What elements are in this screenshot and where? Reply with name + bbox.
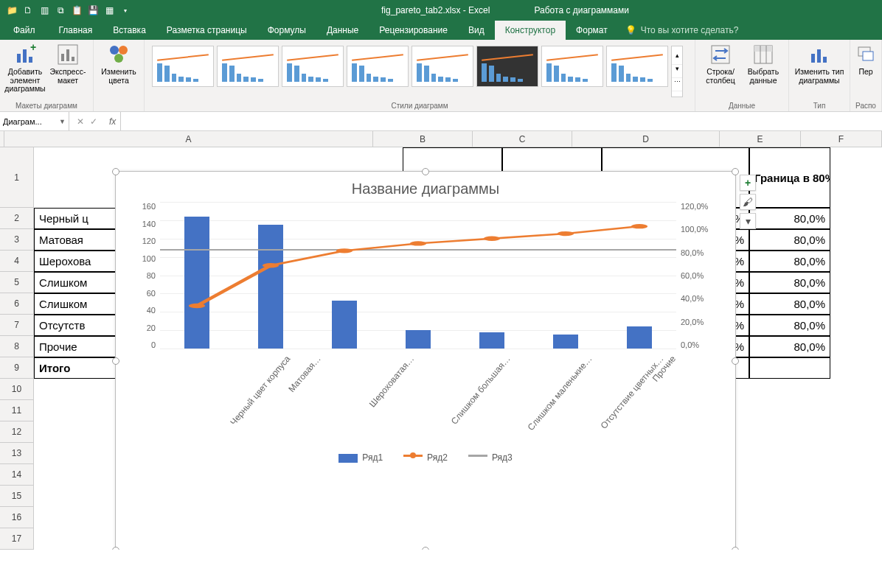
row-header-4[interactable]: 4 <box>0 251 34 272</box>
row-header-17[interactable]: 17 <box>0 528 34 550</box>
tab-data[interactable]: Данные <box>316 21 369 40</box>
swap-rowcol-button[interactable]: Строка/ столбец <box>700 43 741 85</box>
column-header-D[interactable]: D <box>572 131 720 147</box>
row-header-7[interactable]: 7 <box>0 315 34 336</box>
qat-dropdown-icon[interactable]: ▾ <box>119 4 131 16</box>
style-thumb-2[interactable] <box>217 46 279 87</box>
column-header-F[interactable]: F <box>801 131 882 147</box>
tell-me-box[interactable]: 💡 Что вы хотите сделать? <box>625 21 739 40</box>
chart-filters-button[interactable]: ▾ <box>740 213 756 229</box>
fx-icon[interactable]: fx <box>105 116 120 127</box>
name-box-dropdown-icon[interactable]: ▼ <box>59 118 66 125</box>
row-header-16[interactable]: 16 <box>0 507 34 528</box>
cell-E6[interactable]: 80,0% <box>749 293 830 315</box>
row-header-2[interactable]: 2 <box>0 208 34 229</box>
row-header-1[interactable]: 1 <box>0 147 34 208</box>
copy-icon[interactable]: ⧉ <box>55 4 66 16</box>
cell-E1[interactable]: Граница в 80% <box>749 147 830 208</box>
tab-page-layout[interactable]: Разметка страницы <box>156 21 257 40</box>
resize-handle-nw[interactable] <box>112 168 119 175</box>
row-header-3[interactable]: 3 <box>0 229 34 251</box>
cell-E3[interactable]: 80,0% <box>749 229 830 251</box>
titlebar: 📁 🗋 ▥ ⧉ 📋 💾 ▦ ▾ fig_pareto_tab2.xlsx - E… <box>0 0 882 21</box>
row-header-10[interactable]: 10 <box>0 379 34 400</box>
row-header-8[interactable]: 8 <box>0 336 34 357</box>
style-thumb-4[interactable] <box>347 46 409 87</box>
quick-layout-button[interactable]: Экспресс-макет <box>47 43 88 94</box>
legend-series-1[interactable]: Ряд1 <box>338 452 383 463</box>
change-chart-type-button[interactable]: Изменить тип диаграммы <box>794 43 845 85</box>
column-header-C[interactable]: C <box>473 131 572 147</box>
column-header-A[interactable]: A <box>4 131 373 147</box>
chart-legend[interactable]: Ряд1 Ряд2 Ряд3 <box>116 449 735 463</box>
confirm-icon[interactable]: ✓ <box>90 116 97 127</box>
cell-E4[interactable]: 80,0% <box>749 251 830 272</box>
cell-E9[interactable] <box>749 357 830 379</box>
style-thumb-7[interactable] <box>541 46 603 87</box>
style-thumb-8[interactable] <box>606 46 668 87</box>
group-data-label: Данные <box>700 100 784 110</box>
tab-view[interactable]: Вид <box>458 21 495 40</box>
cell-E5[interactable]: 80,0% <box>749 272 830 293</box>
open-icon[interactable]: ▥ <box>38 4 50 16</box>
legend-series-3[interactable]: Ряд3 <box>468 452 513 463</box>
paste-icon[interactable]: 📋 <box>71 4 83 16</box>
select-data-button[interactable]: Выбрать данные <box>743 43 784 85</box>
move-chart-button[interactable]: Пер <box>855 43 877 77</box>
cancel-icon[interactable]: ✕ <box>77 116 84 127</box>
row-header-5[interactable]: 5 <box>0 272 34 293</box>
formula-input[interactable] <box>120 112 882 130</box>
chart-elements-button[interactable]: + <box>740 175 756 191</box>
chart-object[interactable]: + 🖌 ▾ Название диаграммы 160140120100806… <box>115 171 736 550</box>
cell-E8[interactable]: 80,0% <box>749 336 830 357</box>
resize-handle-sw[interactable] <box>112 547 119 550</box>
row-header-9[interactable]: 9 <box>0 357 34 379</box>
gallery-more-button[interactable]: ▴▾⋯ <box>671 46 683 97</box>
move-label: Пер <box>858 68 872 77</box>
resize-handle-w[interactable] <box>112 357 119 365</box>
table-icon[interactable]: ▦ <box>103 4 115 16</box>
tab-format[interactable]: Формат <box>566 21 618 40</box>
name-box[interactable]: Диаграм... ▼ <box>0 112 69 130</box>
resize-handle-ne[interactable] <box>732 168 739 175</box>
resize-handle-se[interactable] <box>732 547 739 550</box>
cell-E2[interactable]: 80,0% <box>749 208 830 229</box>
tab-file[interactable]: Файл <box>0 21 49 40</box>
style-thumb-5[interactable] <box>412 46 473 87</box>
tab-insert[interactable]: Вставка <box>103 21 156 40</box>
save-icon[interactable]: 💾 <box>87 4 99 16</box>
tab-home[interactable]: Главная <box>49 21 103 40</box>
svg-rect-18 <box>823 57 827 63</box>
plot-area[interactable]: 160140120100806040200 120,0%100,0%80,0%6… <box>160 202 676 349</box>
cell-E7[interactable]: 80,0% <box>749 315 830 336</box>
row-header-14[interactable]: 14 <box>0 464 34 486</box>
chart-styles-button[interactable]: 🖌 <box>740 194 756 210</box>
style-thumb-6[interactable] <box>476 46 538 87</box>
resize-handle-e[interactable] <box>732 357 739 365</box>
new-icon[interactable]: 🗋 <box>22 4 34 16</box>
add-chart-element-button[interactable]: + Добавить элемент диаграммы <box>4 43 46 94</box>
tab-review[interactable]: Рецензирование <box>369 21 458 40</box>
style-thumb-1[interactable] <box>152 46 214 87</box>
change-colors-button[interactable]: Изменить цвета <box>98 43 139 85</box>
row-header-12[interactable]: 12 <box>0 421 34 443</box>
chart-styles-gallery[interactable]: ▴▾⋯ <box>149 43 690 100</box>
cumulative-line[interactable] <box>160 202 676 349</box>
add-element-icon: + <box>13 43 37 66</box>
tab-formulas[interactable]: Формулы <box>257 21 316 40</box>
column-header-E[interactable]: E <box>720 131 801 147</box>
row-header-6[interactable]: 6 <box>0 293 34 315</box>
row-header-13[interactable]: 13 <box>0 443 34 464</box>
row-header-11[interactable]: 11 <box>0 400 34 421</box>
resize-handle-n[interactable] <box>422 168 429 175</box>
row-headers: 1234567891011121314151617 <box>0 147 34 550</box>
row-header-15[interactable]: 15 <box>0 486 34 507</box>
folder-icon[interactable]: 📁 <box>6 4 18 16</box>
tab-design[interactable]: Конструктор <box>495 21 566 40</box>
legend-series-2[interactable]: Ряд2 <box>403 452 448 463</box>
resize-handle-s[interactable] <box>422 547 429 550</box>
chart-title[interactable]: Название диаграммы <box>116 172 735 202</box>
style-thumb-3[interactable] <box>282 46 344 87</box>
column-header-B[interactable]: B <box>373 131 473 147</box>
ribbon-tabs: Файл Главная Вставка Разметка страницы Ф… <box>0 21 882 40</box>
